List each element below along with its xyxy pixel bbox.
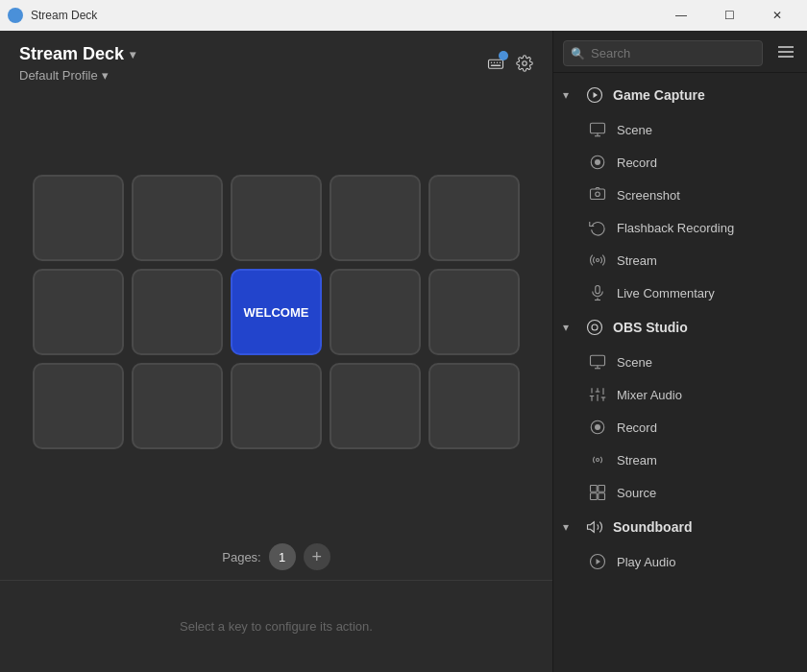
- app-title-button[interactable]: Stream Deck ▾: [19, 44, 135, 64]
- key-grid-area: WELCOME: [0, 90, 552, 534]
- game-capture-title: Game Capture: [613, 87, 705, 103]
- obs-stream-icon: [588, 450, 607, 469]
- key-cell-2-1[interactable]: [132, 363, 223, 449]
- key-cell-1-3[interactable]: [330, 269, 421, 355]
- settings-button[interactable]: [516, 55, 533, 72]
- svg-rect-41: [599, 486, 605, 492]
- title-bar: Stream Deck — ☐ ✕: [0, 0, 807, 31]
- search-bar: 🔍: [553, 31, 807, 73]
- svg-point-18: [596, 192, 600, 197]
- add-page-button[interactable]: +: [304, 543, 330, 570]
- gc-commentary-label: Live Commentary: [617, 286, 715, 300]
- mixer-icon: [588, 385, 607, 404]
- close-button[interactable]: ✕: [755, 0, 799, 31]
- svg-point-24: [592, 324, 598, 330]
- svg-rect-42: [591, 493, 598, 500]
- screenshot-icon: [588, 185, 607, 204]
- microphone-icon: [588, 283, 607, 302]
- welcome-label: WELCOME: [244, 305, 309, 320]
- obs-record-icon: [588, 418, 607, 437]
- svg-rect-12: [591, 123, 605, 133]
- section-game-capture[interactable]: ▾ Game Capture: [553, 77, 807, 113]
- key-cell-2-0[interactable]: [33, 363, 124, 449]
- obs-stream-label: Stream: [617, 453, 657, 468]
- gc-screenshot-item[interactable]: Screenshot: [553, 179, 807, 211]
- svg-rect-40: [591, 486, 598, 492]
- app-title-chevron-icon: ▾: [130, 48, 135, 61]
- key-cell-0-0[interactable]: [33, 175, 124, 261]
- app-body: Stream Deck ▾ Default Profile ▾: [0, 31, 807, 672]
- obs-record-label: Record: [617, 420, 657, 435]
- search-icon: 🔍: [571, 47, 585, 60]
- key-cell-0-2[interactable]: [231, 175, 322, 261]
- svg-point-39: [597, 459, 599, 462]
- key-cell-2-4[interactable]: [428, 363, 520, 449]
- play-audio-icon: [588, 552, 607, 571]
- obs-mixer-label: Mixer Audio: [617, 388, 682, 402]
- key-cell-0-1[interactable]: [132, 175, 223, 261]
- profile-selector[interactable]: Default Profile ▾: [19, 68, 135, 83]
- key-cell-1-1[interactable]: [132, 269, 223, 355]
- gc-stream-item[interactable]: Stream: [553, 244, 807, 276]
- right-panel: 🔍 ▾ G: [552, 31, 807, 672]
- gc-record-item[interactable]: Record: [553, 146, 807, 179]
- section-soundboard[interactable]: ▾ Soundboard: [553, 509, 807, 545]
- obs-record-item[interactable]: Record: [553, 411, 807, 444]
- pages-bar: Pages: 1 +: [0, 534, 552, 580]
- svg-marker-44: [588, 522, 595, 533]
- key-cell-1-0[interactable]: [33, 269, 124, 355]
- svg-marker-11: [594, 92, 599, 98]
- svg-rect-7: [778, 46, 794, 48]
- gc-flashback-label: Flashback Recording: [617, 221, 734, 235]
- key-cell-2-2[interactable]: [231, 363, 322, 449]
- svg-rect-43: [599, 493, 605, 500]
- search-input[interactable]: [563, 40, 763, 66]
- window-controls: — ☐ ✕: [659, 0, 799, 31]
- key-cell-0-4[interactable]: [428, 175, 520, 261]
- obs-scene-label: Scene: [617, 355, 652, 370]
- key-cell-1-2-welcome[interactable]: WELCOME: [231, 269, 322, 355]
- svg-rect-17: [591, 189, 605, 200]
- title-bar-title: Stream Deck: [31, 9, 97, 22]
- minimize-button[interactable]: —: [659, 0, 703, 31]
- maximize-button[interactable]: ☐: [707, 0, 751, 31]
- svg-point-38: [595, 424, 600, 430]
- soundboard-chevron-icon: ▾: [563, 520, 576, 534]
- obs-mixer-item[interactable]: Mixer Audio: [553, 378, 807, 411]
- key-cell-1-4[interactable]: [428, 269, 520, 355]
- key-cell-2-3[interactable]: [330, 363, 421, 449]
- profile-chevron-icon: ▾: [102, 68, 109, 83]
- svg-rect-25: [591, 355, 605, 366]
- game-capture-chevron-icon: ▾: [563, 88, 576, 102]
- gc-scene-item[interactable]: Scene: [553, 113, 807, 146]
- gc-screenshot-label: Screenshot: [617, 188, 680, 203]
- flashback-icon: [588, 218, 607, 237]
- gc-record-label: Record: [617, 156, 657, 170]
- obs-studio-title: OBS Studio: [613, 320, 688, 335]
- obs-source-item[interactable]: Source: [553, 476, 807, 509]
- search-wrapper: 🔍: [563, 40, 769, 66]
- obs-icon: [584, 317, 605, 338]
- gear-icon: [516, 55, 533, 72]
- key-grid: WELCOME: [33, 175, 520, 449]
- svg-rect-0: [489, 60, 503, 68]
- svg-rect-8: [778, 51, 794, 53]
- sb-play-item[interactable]: Play Audio: [553, 545, 807, 578]
- list-view-icon: [778, 44, 794, 60]
- profile-section: Stream Deck ▾ Default Profile ▾: [19, 44, 135, 83]
- section-obs-studio[interactable]: ▾ OBS Studio: [553, 309, 807, 346]
- page-1-button[interactable]: 1: [269, 543, 296, 570]
- sidebar-list: ▾ Game Capture Scene: [553, 73, 807, 672]
- sb-play-label: Play Audio: [617, 555, 675, 569]
- key-cell-0-3[interactable]: [330, 175, 421, 261]
- soundboard-icon: [584, 516, 605, 538]
- obs-stream-item[interactable]: Stream: [553, 444, 807, 476]
- obs-scene-item[interactable]: Scene: [553, 346, 807, 378]
- svg-point-19: [597, 259, 599, 262]
- header-icons: [487, 55, 533, 72]
- devices-button[interactable]: [487, 55, 504, 72]
- gc-flashback-item[interactable]: Flashback Recording: [553, 211, 807, 244]
- list-view-button[interactable]: [774, 42, 797, 65]
- gc-commentary-item[interactable]: Live Commentary: [553, 276, 807, 309]
- gc-scene-label: Scene: [617, 123, 652, 137]
